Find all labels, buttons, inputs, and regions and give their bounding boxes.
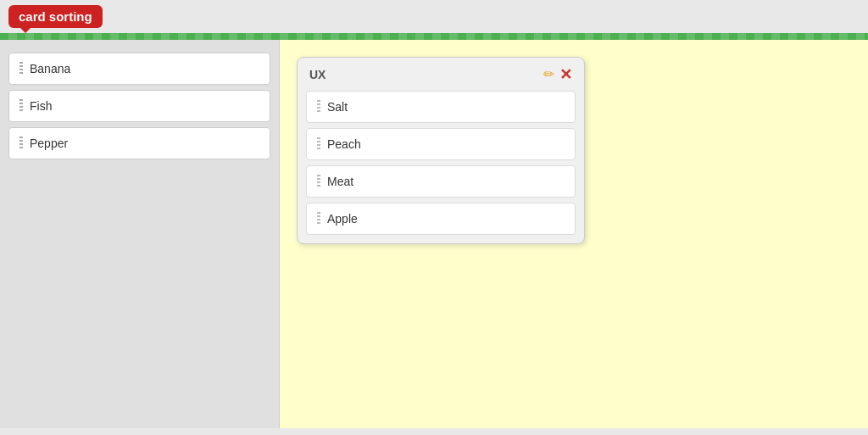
category-drag-handle-apple xyxy=(317,212,320,226)
drag-handle-banana xyxy=(19,62,23,75)
category-card-label-peach: Peach xyxy=(327,137,361,151)
drag-handle-fish xyxy=(19,99,23,113)
category-card-peach[interactable]: Peach xyxy=(306,128,576,160)
category-card-label-apple: Apple xyxy=(327,212,358,226)
category-card-label-meat: Meat xyxy=(327,175,353,188)
main-layout: BananaFishPepper UX ✏ ✕ SaltPeachMeatApp… xyxy=(0,40,868,428)
card-label-fish: Fish xyxy=(30,99,52,113)
drag-handle-pepper xyxy=(19,137,23,150)
edit-category-icon[interactable]: ✏ xyxy=(543,66,554,82)
category-drag-handle-meat xyxy=(317,175,320,188)
left-card-banana[interactable]: Banana xyxy=(8,53,270,85)
app-header: card sorting xyxy=(0,0,868,33)
green-stripe xyxy=(0,33,868,40)
close-category-icon[interactable]: ✕ xyxy=(559,67,572,82)
category-title: UX xyxy=(309,68,543,81)
left-panel: BananaFishPepper xyxy=(0,40,280,428)
category-card-salt[interactable]: Salt xyxy=(306,91,576,123)
left-card-fish[interactable]: Fish xyxy=(8,90,270,122)
category-box: UX ✏ ✕ SaltPeachMeatApple xyxy=(297,57,585,244)
category-header: UX ✏ ✕ xyxy=(306,66,576,82)
right-panel: UX ✏ ✕ SaltPeachMeatApple xyxy=(280,40,868,428)
left-card-pepper[interactable]: Pepper xyxy=(8,127,270,159)
category-drag-handle-salt xyxy=(317,100,320,114)
category-card-meat[interactable]: Meat xyxy=(306,165,576,198)
card-label-pepper: Pepper xyxy=(30,137,68,150)
card-label-banana: Banana xyxy=(30,62,70,75)
category-drag-handle-peach xyxy=(317,137,320,151)
category-card-apple[interactable]: Apple xyxy=(306,203,576,235)
category-card-label-salt: Salt xyxy=(327,100,348,114)
app-logo: card sorting xyxy=(8,5,103,28)
